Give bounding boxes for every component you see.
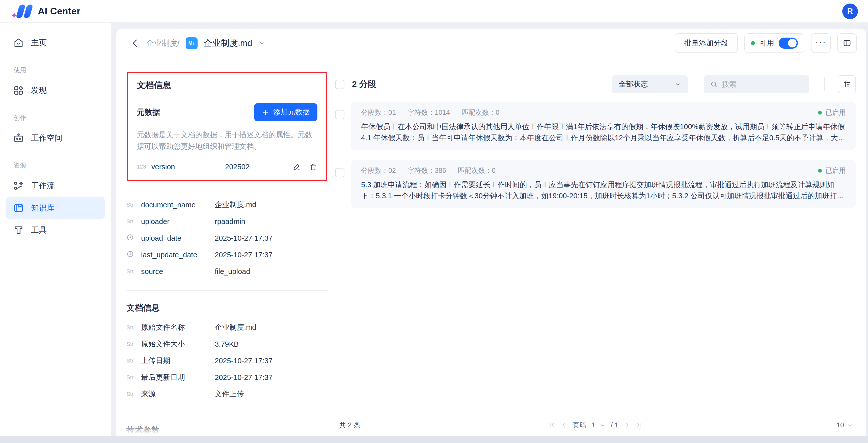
file-info-row: Str. 上传日期 2025-10-27 17:37 [126,352,331,369]
sidebar-section-create: 创作 [13,114,105,122]
pagination-controls: 页码 1 / 1 [549,420,642,430]
next-page-icon[interactable] [623,422,630,429]
current-page: 1 [591,421,595,429]
panel-layout-icon [842,39,851,48]
sidebar-item-label: 主页 [31,37,47,48]
collapse-panel-button[interactable] [837,33,857,53]
segment-row: 分段数：01 字符数：1014 匹配次数：0 已启用 年休假员工在本公司和中国法… [335,102,856,150]
segment-checkbox[interactable] [335,168,344,177]
sidebar-item-workspace[interactable]: 工作空间 [5,127,105,149]
segment-stats: 分段数：01 字符数：1014 匹配次数：0 已启用 [361,108,846,117]
availability-toggle[interactable] [779,38,798,49]
batch-add-segments-button[interactable]: 批量添加分段 [675,33,738,53]
status-dot-icon [818,111,822,115]
doc-info-heading: 文档信息 [137,80,317,91]
status-dot-icon [818,169,822,172]
chevron-down-icon [846,422,854,429]
select-all-checkbox[interactable] [335,80,344,89]
string-type-icon: Str. [126,374,141,381]
page-title: 企业制度.md [204,37,252,49]
sidebar-item-home[interactable]: 主页 [5,32,105,54]
status-filter-dropdown[interactable]: 全部状态 [612,75,688,93]
total-pages: / 1 [611,421,618,429]
status-badge: 已启用 [818,166,846,175]
top-bar: ✦ AI Center R [0,0,868,23]
sidebar-item-knowledge-base[interactable]: 知识库 [5,197,105,219]
add-metadata-button[interactable]: 添加元数据 [254,103,317,121]
sidebar-item-discover[interactable]: 发现 [5,79,105,101]
content-card: 企业制度/ M↓ 企业制度.md 批量添加分段 可用 ··· [116,29,866,436]
trash-icon[interactable] [309,163,317,171]
metadata-row: last_update_date 2025-10-27 17:37 [126,247,331,263]
string-type-icon: Str. [126,201,141,208]
search-box [704,75,809,93]
page-size-select[interactable]: 10 [836,421,854,429]
availability-label: 可用 [760,38,774,48]
availability-pill: 可用 [744,33,804,53]
sort-button[interactable] [838,75,856,93]
discover-icon [13,85,24,96]
app-title: AI Center [38,6,81,17]
divider [824,77,825,91]
sort-icon [842,80,851,89]
chevron-down-icon[interactable] [258,39,266,47]
breadcrumb-parent[interactable]: 企业制度/ [146,38,180,49]
file-info-row: Str. 来源 文件上传 [126,386,331,402]
divider [126,290,328,291]
divider [126,413,328,413]
segment-text: 5.3 加班申请流程：如确因工作需要延长工作时间的，员工应当事先在钉钉应用程序提… [361,179,846,201]
segment-text: 年休假员工在本公司和中国法律承认的其他用人单位工作年限工满1年后依法享有的假期，… [361,121,846,143]
file-info-list: Str. 原始文件名称 企业制度.md Str. 原始文件大小 3.79KB S… [126,319,331,402]
metadata-header: 元数据 添加元数据 [137,103,317,121]
sidebar-item-label: 工作流 [31,180,55,191]
sidebar-item-tools[interactable]: 工具 [5,219,105,241]
metadata-value: 202502 [225,163,293,171]
status-badge: 已启用 [818,108,846,117]
sidebar-section-resource: 资源 [13,161,105,169]
avatar[interactable]: R [842,3,858,19]
app-logo-icon: ✦ [11,4,33,19]
edit-icon[interactable] [293,163,301,171]
sidebar: 主页 使用 发现 创作 工作空间 资源 工作流 知识库 工具 [0,23,111,443]
status-dot-icon [751,41,755,45]
segment-card[interactable]: 分段数：01 字符数：1014 匹配次数：0 已启用 年休假员工在本公司和中国法… [351,102,856,150]
workflow-icon [13,180,24,191]
segments-header: 2 分段 全部状态 [335,75,856,93]
string-type-icon: Str. [126,218,141,225]
metadata-heading: 元数据 [137,107,160,118]
segments-panel: 2 分段 全部状态 [331,55,866,436]
pagination: 共 2 条 页码 1 / 1 10 [335,414,856,436]
document-info-panel: 文档信息 元数据 添加元数据 元数据是关于文档的数据，用于描述文档的属性。元数据… [116,55,331,436]
sidebar-item-workflow[interactable]: 工作流 [5,175,105,197]
back-icon[interactable] [130,38,140,48]
highlighted-metadata-section: 文档信息 元数据 添加元数据 元数据是关于文档的数据，用于描述文档的属性。元数据… [127,72,327,181]
search-input[interactable] [722,80,803,89]
more-actions-button[interactable]: ··· [811,33,831,53]
page-select-chevron-icon[interactable] [600,422,606,428]
last-page-icon[interactable] [636,422,642,429]
metadata-key: version [151,163,225,171]
bottom-scrollbar-track[interactable] [0,436,868,443]
string-type-icon: Str. [126,268,141,275]
sidebar-item-label: 知识库 [31,202,55,213]
main-area: 企业制度/ M↓ 企业制度.md 批量添加分段 可用 ··· [111,23,868,443]
knowledge-base-icon [13,202,24,214]
sidebar-item-label: 发现 [31,85,47,96]
prev-page-icon[interactable] [561,422,567,429]
segment-count: 2 分段 [352,78,376,90]
home-icon [13,37,24,48]
chevron-down-icon [674,81,681,88]
breadcrumb: 企业制度/ M↓ 企业制度.md [130,37,266,49]
app-brand: ✦ AI Center [11,4,81,19]
toolbar-actions: 批量添加分段 可用 ··· [675,33,857,53]
metadata-row: upload_date 2025-10-27 17:37 [126,230,331,247]
plus-icon [262,108,269,116]
file-info-row: Str. 原始文件名称 企业制度.md [126,319,331,336]
tools-icon [13,225,24,235]
metadata-row-tools [293,163,317,171]
first-page-icon[interactable] [549,422,556,429]
segment-checkbox[interactable] [335,110,344,119]
metadata-row: Str. uploader rpaadmin [126,213,331,230]
segment-card[interactable]: 分段数：02 字符数：386 匹配次数：0 已启用 5.3 加班申请流程：如确因… [351,160,856,208]
page-label: 页码 [572,420,586,430]
